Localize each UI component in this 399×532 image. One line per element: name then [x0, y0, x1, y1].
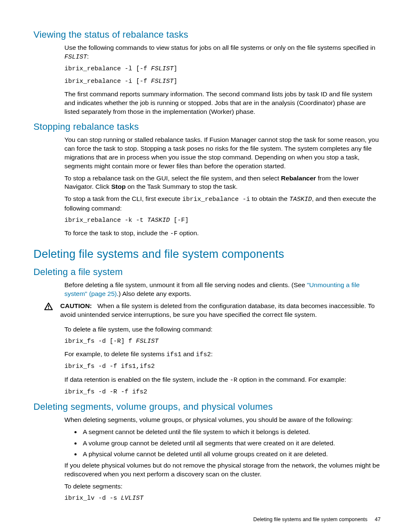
cmd-arg: FSLIST [151, 65, 174, 72]
cmd-arg: FSLIST [151, 78, 174, 85]
heading-viewing-status: Viewing the status of rebalance tasks [33, 28, 382, 41]
cmd-arg: FSLIST [136, 338, 159, 345]
delfs-p4: If data retention is enabled on the file… [64, 375, 382, 385]
text: : [211, 350, 212, 357]
command-block: ibrix_fs -d -R -f ifs2 [64, 388, 382, 396]
command-block: ibrix_rebalance -k -t TASKID [-F] [64, 216, 382, 225]
list-item: A physical volume cannot be deleted unti… [81, 450, 382, 459]
text: To stop a rebalance task on the GUI, sel… [64, 175, 281, 182]
list-item: A segment cannot be deleted until the fi… [81, 428, 382, 437]
svg-rect-0 [48, 305, 49, 307]
inline-code: ifs1 [166, 351, 182, 358]
command-block: ibrix_rebalance -l [-f FSLIST] [64, 65, 382, 73]
section-stopping-body: You can stop running or stalled rebalanc… [64, 136, 382, 238]
delfs-p1: Before deleting a file system, unmount i… [64, 281, 382, 298]
text: : [87, 53, 89, 60]
text: to obtain the [250, 195, 289, 202]
stopping-p2: To stop a rebalance task on the GUI, sel… [64, 174, 382, 192]
text: option in the command. For example: [238, 376, 346, 383]
text: option. [177, 229, 199, 236]
svg-rect-1 [48, 308, 49, 309]
command-block: ibrix_fs -d [-R] f FSLIST [64, 337, 382, 346]
section-delfs-lead: Before deleting a file system, unmount i… [64, 281, 382, 298]
heading-deleting-segments: Deleting segments, volume groups, and ph… [33, 401, 382, 413]
cmd-text: ibrix_rebalance -k -t [64, 217, 147, 224]
viewing-p2: The first command reports summary inform… [64, 90, 382, 116]
cmd-text: ibrix_rebalance -i [-f [64, 78, 151, 85]
cmd-text: ibrix_lv -d -s [64, 495, 121, 502]
cmd-arg: LVLIST [121, 495, 143, 502]
bullet-list: A segment cannot be deleted until the fi… [64, 428, 382, 459]
document-page: Viewing the status of rebalance tasks Us… [0, 0, 399, 532]
inline-code: -R [230, 377, 238, 384]
command-block: ibrix_rebalance -i [-f FSLIST] [64, 77, 382, 86]
inline-code: TASKID [289, 196, 312, 203]
text: Before deleting a file system, unmount i… [64, 281, 307, 288]
cmd-text: [-F] [170, 217, 189, 224]
text: Use the following commands to view statu… [64, 44, 375, 51]
inline-code: -F [170, 230, 177, 237]
delfs-p3: For example, to delete file systems ifs1… [64, 350, 382, 359]
inline-code: FSLIST [64, 54, 87, 61]
footer-title: Deleting file systems and file system co… [253, 517, 368, 522]
bold-text: Rebalancer [281, 175, 316, 182]
text: For example, to delete file systems [64, 350, 166, 357]
section-delseg-body: When deleting segments, volume groups, o… [64, 416, 382, 503]
inline-code: ifs2 [196, 351, 211, 358]
cmd-text: ibrix_fs -d [-R] f [64, 338, 136, 345]
page-footer: Deleting file systems and file system co… [33, 516, 382, 523]
heading-deleting-main: Deleting file systems and file system co… [33, 247, 382, 262]
list-item: A volume group cannot be deleted until a… [81, 439, 382, 448]
text: If data retention is enabled on the file… [64, 376, 230, 383]
cmd-arg: TASKID [147, 217, 170, 224]
delseg-p3: To delete segments: [64, 482, 382, 491]
cmd-text: ] [174, 78, 177, 85]
delseg-p1: When deleting segments, volume groups, o… [64, 416, 382, 424]
text: and [182, 350, 196, 357]
delfs-p2: To delete a file system, use the followi… [64, 325, 382, 334]
stopping-p1: You can stop running or stalled rebalanc… [64, 136, 382, 171]
caution-label: CAUTION: [60, 302, 92, 309]
bold-text: Stop [111, 183, 125, 190]
viewing-p1: Use the following commands to view statu… [64, 44, 382, 62]
caution-body: When a file system is deleted from the c… [60, 302, 375, 318]
cmd-text: ] [174, 65, 177, 72]
text: To force the task to stop, include the [64, 229, 170, 236]
text: To stop a task from the CLI, first execu… [64, 195, 182, 202]
stopping-p4: To force the task to stop, include the -… [64, 229, 382, 238]
inline-code: ibrix_rebalance -i [182, 196, 250, 203]
caution-icon [44, 303, 53, 313]
heading-deleting-fs: Deleting a file system [33, 266, 382, 278]
stopping-p3: To stop a task from the CLI, first execu… [64, 195, 382, 213]
section-delfs-body: To delete a file system, use the followi… [64, 325, 382, 396]
heading-stopping: Stopping rebalance tasks [33, 121, 382, 133]
text: on the Task Summary to stop the task. [125, 183, 238, 190]
caution-box: CAUTION: When a file system is deleted f… [44, 302, 382, 319]
text: .) Also delete any exports. [117, 290, 191, 297]
delseg-p2: If you delete physical volumes but do no… [64, 461, 382, 479]
page-number: 47 [375, 517, 381, 522]
command-block: ibrix_fs -d -f ifs1,ifs2 [64, 362, 382, 371]
cmd-text: ibrix_rebalance -l [-f [64, 65, 151, 72]
caution-text-block: CAUTION: When a file system is deleted f… [60, 302, 382, 319]
section-viewing-body: Use the following commands to view statu… [64, 44, 382, 116]
command-block: ibrix_lv -d -s LVLIST [64, 494, 382, 503]
